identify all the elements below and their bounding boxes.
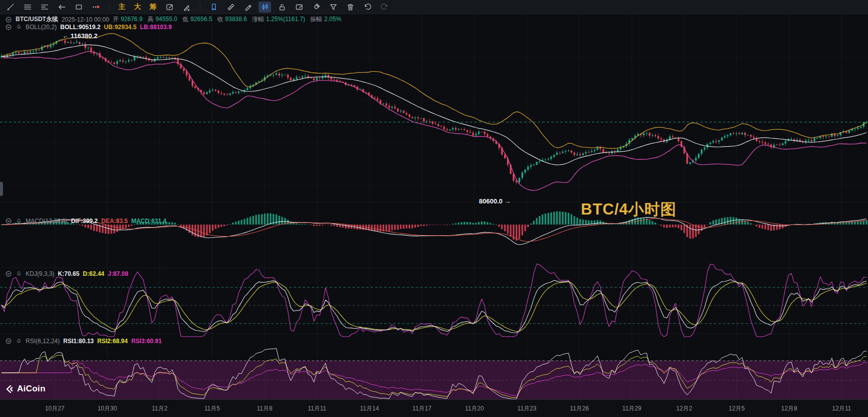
boll-indicator-row[interactable]: BOLL(20,2)BOLL:90519.2UB:92934.5LB:88103… xyxy=(5,23,172,31)
axis-label: 11月14 xyxy=(360,404,379,413)
chart-watermark-text: BTC/4小时图 xyxy=(581,199,677,220)
collapse-chevron-icon[interactable] xyxy=(5,338,12,345)
ohlc-key: 高 xyxy=(148,15,154,24)
boll-name: BOLL(20,2) xyxy=(26,24,57,31)
axis-label: 10月30 xyxy=(97,404,117,413)
kdj-value-2: J:87.08 xyxy=(108,270,129,277)
symbol-name[interactable]: BTC/USDT永续 xyxy=(16,15,58,24)
alert-bell-icon[interactable] xyxy=(16,218,22,224)
axis-label: 12月11 xyxy=(832,404,851,413)
kdj-value-1: D:62.44 xyxy=(83,270,104,277)
aicoin-logo-text: AiCoin xyxy=(17,384,46,394)
ohlc-field: 振幅2.05% xyxy=(310,15,341,24)
collapse-chevron-icon[interactable] xyxy=(5,16,12,23)
axis-label: 11月23 xyxy=(518,404,537,413)
ohlc-field: 低92656.5 xyxy=(182,15,212,24)
aicoin-logo-icon xyxy=(5,384,15,394)
axis-label: 11月20 xyxy=(465,404,484,413)
axis-label: 11月29 xyxy=(623,404,642,413)
rsi-value-1: RSI2:68.94 xyxy=(97,338,128,345)
drawing-toolbar: 主大筹 xyxy=(0,0,868,14)
ohlc-key: 振幅 xyxy=(310,15,322,24)
candlestick-style-icon[interactable] xyxy=(259,2,271,13)
macd-value-2: MACD:631.4 xyxy=(131,218,166,225)
ohlc-value: 2.05% xyxy=(324,16,341,23)
ohlc-field: 涨幅1.25%(1161.7) xyxy=(252,15,305,24)
horizontal-lines-icon[interactable] xyxy=(21,2,34,13)
axis-label: 11月17 xyxy=(413,404,432,413)
filter-icon[interactable] xyxy=(327,2,339,13)
ohlc-value: 93838.6 xyxy=(225,16,247,23)
boll-value-2: LB:88103.9 xyxy=(140,24,172,31)
rsi-value-0: RSI1:80.13 xyxy=(63,338,94,345)
measure-arrow-icon[interactable] xyxy=(55,2,68,13)
main-indicator-tab[interactable]: 主 xyxy=(116,2,128,13)
trough-price-label: 80600.0 → xyxy=(479,197,511,205)
boll-value-1: UB:92934.5 xyxy=(104,24,137,31)
axis-label: 10月27 xyxy=(45,404,65,413)
ohlc-key: 涨幅 xyxy=(252,15,264,24)
aicoin-logo: AiCoin xyxy=(5,384,46,394)
ohlc-field: 收93838.6 xyxy=(217,15,247,24)
chips-tab[interactable]: 筹 xyxy=(148,2,159,13)
peak-price-label: ← 116380.2 xyxy=(62,32,97,40)
trend-line-icon[interactable] xyxy=(4,2,17,13)
collapse-chevron-icon[interactable] xyxy=(5,218,12,225)
pane-resize-handle[interactable] xyxy=(0,182,3,196)
undo-icon[interactable] xyxy=(361,2,374,13)
alert-bell-icon[interactable] xyxy=(16,24,22,30)
axis-label: 12月8 xyxy=(781,404,797,413)
ohlc-value: 94555.0 xyxy=(156,16,177,23)
ohlc-value: 92656.5 xyxy=(190,16,212,23)
axis-label: 11月11 xyxy=(308,404,326,413)
ohlc-field: 开92676.9 xyxy=(112,15,142,24)
macd-indicator-row[interactable]: MACD(12,26,9)DIF:399.2DEA:83.5MACD:631.4 xyxy=(5,217,166,225)
unlock-icon[interactable] xyxy=(276,2,288,13)
ohlc-key: 开 xyxy=(112,15,118,24)
ohlc-value: 1.25%(1161.7) xyxy=(266,16,305,23)
toolbar-divider xyxy=(109,3,109,11)
trash-icon[interactable] xyxy=(344,2,356,13)
price-chart-canvas[interactable] xyxy=(0,0,868,417)
order-note-icon[interactable] xyxy=(293,2,305,13)
rsi-name: RSI(6,12,24) xyxy=(26,338,60,345)
rectangle-tool-icon[interactable] xyxy=(72,2,85,13)
macd-value-0: DIF:399.2 xyxy=(71,218,97,225)
candle-datetime: 2025-12-10 00:00 xyxy=(62,16,109,23)
ohlc-value: 92676.9 xyxy=(120,16,142,23)
magnet-icon[interactable] xyxy=(310,2,322,13)
ohlc-field: 高94555.0 xyxy=(148,15,177,24)
ohlc-key: 低 xyxy=(182,15,188,24)
rsi-value-2: RSI3:60.91 xyxy=(131,338,162,345)
time-axis[interactable]: 10月2710月3011月211月511月811月1111月1411月1711月… xyxy=(0,399,868,417)
redo-icon[interactable] xyxy=(378,2,391,13)
kdj-indicator-row[interactable]: KDJ(9,3,3)K:70.65D:62.44J:87.08 xyxy=(5,270,128,277)
ohlc-key: 收 xyxy=(217,15,223,24)
boll-value-0: BOLL:90519.2 xyxy=(60,24,100,31)
parallel-lines-icon[interactable] xyxy=(38,2,51,13)
more-tools-icon[interactable] xyxy=(89,2,102,13)
kdj-name: KDJ(9,3,3) xyxy=(26,270,54,277)
ruler-icon[interactable] xyxy=(224,2,237,13)
collapse-chevron-icon[interactable] xyxy=(5,270,12,277)
collapse-chevron-icon[interactable] xyxy=(5,24,12,31)
rsi-indicator-row[interactable]: RSI(6,12,24)RSI1:80.13RSI2:68.94RSI3:60.… xyxy=(5,337,162,345)
enlarge-tab[interactable]: 大 xyxy=(132,2,143,13)
brush-icon[interactable] xyxy=(180,2,193,13)
macd-value-1: DEA:83.5 xyxy=(101,218,128,225)
symbol-ohlc-row[interactable]: BTC/USDT永续 2025-12-10 00:00 开92676.9高945… xyxy=(5,16,341,23)
bookmark-icon[interactable] xyxy=(207,2,220,13)
axis-label: 12月2 xyxy=(676,404,692,413)
axis-label: 11月5 xyxy=(204,404,220,413)
axis-label: 11月2 xyxy=(152,404,167,413)
alert-bell-icon[interactable] xyxy=(16,270,22,277)
kdj-value-0: K:70.65 xyxy=(58,270,79,277)
alert-bell-icon[interactable] xyxy=(16,338,22,344)
toolbar-divider xyxy=(200,3,200,11)
axis-label: 12月5 xyxy=(728,404,745,413)
annotate-icon[interactable] xyxy=(163,2,176,13)
marker-pen-icon[interactable] xyxy=(241,2,254,13)
macd-name: MACD(12,26,9) xyxy=(26,218,67,225)
axis-label: 11月8 xyxy=(257,404,272,413)
axis-label: 11月26 xyxy=(570,404,589,413)
